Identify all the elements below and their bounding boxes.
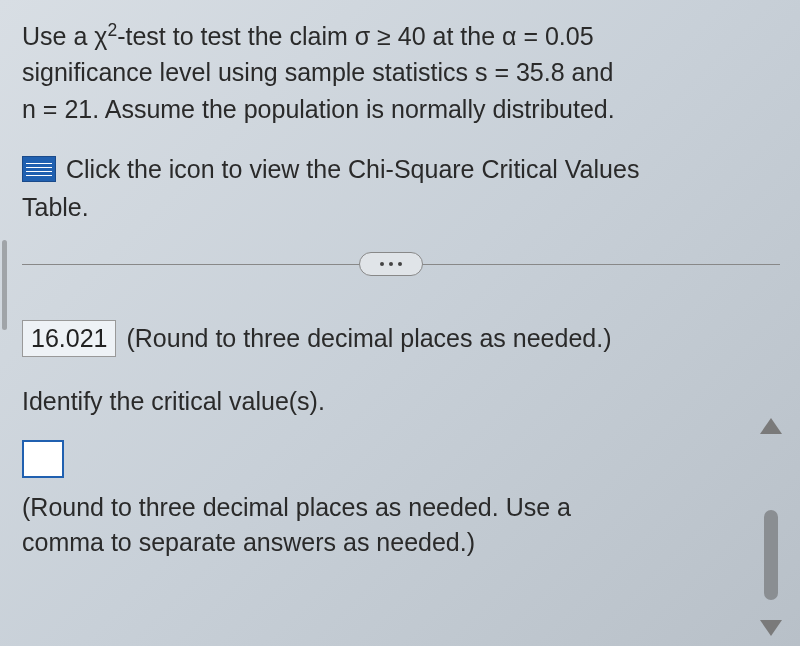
note-line2: comma to separate answers as needed.) [22,528,475,556]
test-statistic-value: 16.021 [22,320,116,357]
problem-line2: significance level using sample statisti… [22,58,613,86]
scrollbar-thumb[interactable] [764,510,778,600]
test-statistic-row: 16.021 (Round to three decimal places as… [22,320,750,357]
table-icon [22,156,56,182]
left-scrollbar-thumb[interactable] [2,240,7,330]
problem-statement: Use a χ2-test to test the claim σ ≥ 40 a… [22,18,790,127]
critical-values-link[interactable]: Click the icon to view the Chi-Square Cr… [22,151,790,187]
note-line1: (Round to three decimal places as needed… [22,493,571,521]
rounding-note: (Round to three decimal places as needed… [22,490,750,560]
section-divider [22,250,790,280]
critical-value-input[interactable] [22,440,64,478]
scroll-down-button[interactable] [760,620,782,636]
problem-line1-prefix: Use a χ [22,22,107,50]
link-text-line2: Table. [22,193,790,222]
problem-line1-rest: -test to test the claim σ ≥ 40 at the α … [117,22,593,50]
link-text-line1: Click the icon to view the Chi-Square Cr… [66,151,639,187]
scroll-up-button[interactable] [760,418,782,434]
chi-square-exponent: 2 [107,20,117,40]
rounding-hint-1: (Round to three decimal places as needed… [126,324,611,353]
critical-value-prompt: Identify the critical value(s). [22,387,750,416]
expand-button[interactable] [359,252,423,276]
problem-line3: n = 21. Assume the population is normall… [22,95,615,123]
